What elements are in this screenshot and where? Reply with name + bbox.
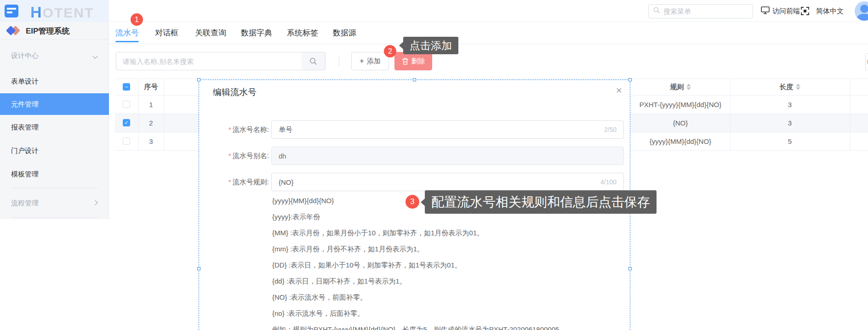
toolbar-divider bbox=[339, 56, 339, 66]
modal-title: 编辑流水号 bbox=[213, 86, 257, 98]
sidebar-item-template-management[interactable]: 模板管理 bbox=[0, 165, 109, 183]
column-header-length[interactable]: 长度 bbox=[730, 79, 850, 95]
chevron-down-icon bbox=[92, 53, 97, 58]
table-border bbox=[850, 79, 850, 150]
search-icon bbox=[309, 57, 317, 65]
sidebar-divider bbox=[11, 188, 98, 188]
sidebar-collapse-icon[interactable] bbox=[5, 5, 18, 19]
plus-icon: + bbox=[360, 57, 364, 66]
tab-data-source[interactable]: 数据源 bbox=[333, 22, 356, 44]
rule-counter: 4/100 bbox=[600, 178, 617, 186]
row-checkbox-checked[interactable]: ✓ bbox=[123, 119, 130, 126]
chevron-right-icon bbox=[92, 200, 97, 205]
trash-icon bbox=[402, 57, 409, 65]
name-field-label: *流水号名称: bbox=[199, 120, 269, 139]
sidebar-group-design-center[interactable]: 设计中心 bbox=[0, 46, 109, 65]
avatar[interactable] bbox=[855, 1, 868, 21]
fullscreen-icon[interactable] bbox=[801, 0, 809, 22]
cell-rule: {NO} bbox=[631, 114, 730, 132]
select-all-checkbox[interactable]: − bbox=[123, 83, 130, 91]
list-search-box[interactable] bbox=[116, 52, 302, 70]
sidebar-group-process-management[interactable]: 流程管理 bbox=[0, 194, 109, 212]
table-border bbox=[164, 79, 164, 150]
visit-frontend-link[interactable]: 访问前端 bbox=[761, 0, 800, 22]
name-counter: 2/50 bbox=[604, 126, 617, 133]
column-header-seq[interactable]: 序号 bbox=[138, 79, 164, 95]
app-title: EIP管理系统 bbox=[26, 26, 69, 36]
sort-icon[interactable] bbox=[796, 84, 800, 90]
language-switcher[interactable]: 简体中文 bbox=[816, 0, 844, 22]
search-icon bbox=[653, 7, 660, 16]
cell-length: 3 bbox=[730, 114, 850, 132]
cell-rule: {yyyy}{MM}{dd}{NO} bbox=[631, 132, 730, 150]
step-badge-2: 2 bbox=[384, 45, 396, 57]
sort-icon[interactable] bbox=[686, 84, 691, 90]
column-header-rule[interactable]: 规则 bbox=[631, 79, 730, 95]
alias-input bbox=[279, 152, 617, 160]
selection-handle[interactable] bbox=[197, 78, 200, 81]
rule-input[interactable] bbox=[279, 178, 600, 186]
hotent-logo: HOTENT bbox=[30, 3, 94, 21]
alias-field-label: *流水号别名: bbox=[199, 147, 269, 165]
rule-field-label: *流水号规则: bbox=[199, 173, 269, 191]
sidebar-item-form-design[interactable]: 表单设计 bbox=[0, 72, 109, 91]
delete-button[interactable]: 删除 bbox=[394, 52, 432, 70]
cell-length: 3 bbox=[730, 95, 850, 114]
sidebar-item-report-management[interactable]: 报表管理 bbox=[0, 118, 109, 137]
eip-logo-icon bbox=[6, 25, 20, 37]
sidebar-divider-bottom bbox=[11, 217, 98, 218]
component-tabs-bar: 流水号 对话框 关联查询 数据字典 系统标签 数据源 bbox=[109, 22, 868, 44]
cell-seq: 3 bbox=[138, 132, 164, 150]
list-search-input[interactable] bbox=[123, 57, 295, 65]
sidebar-app-header: EIP管理系统 bbox=[0, 22, 108, 40]
tab-data-dictionary[interactable]: 数据字典 bbox=[241, 22, 272, 44]
tooltip-arrow bbox=[421, 199, 425, 206]
tab-system-tags[interactable]: 系统标签 bbox=[287, 22, 318, 44]
menu-search-box[interactable] bbox=[648, 4, 753, 18]
row-checkbox[interactable] bbox=[123, 101, 130, 108]
language-label: 简体中文 bbox=[816, 7, 844, 16]
list-search-button[interactable] bbox=[302, 52, 326, 70]
tooltip-save-config: 配置流水号相关规则和信息后点击保存 bbox=[425, 190, 657, 214]
visit-frontend-label: 访问前端 bbox=[772, 7, 800, 16]
selection-handle[interactable] bbox=[413, 78, 416, 81]
tab-dialog[interactable]: 对话框 bbox=[155, 22, 178, 44]
monitor-icon bbox=[761, 6, 770, 16]
step-badge-1: 1 bbox=[131, 13, 143, 26]
menu-search-input[interactable] bbox=[663, 7, 742, 15]
table-settings-button[interactable] bbox=[865, 53, 868, 70]
app-window: HOTENT 访问前端 简体中文 bbox=[0, 0, 868, 330]
avatar-head-shape bbox=[860, 5, 868, 13]
name-field[interactable]: 2/50 bbox=[271, 120, 624, 139]
sidebar-item-portal-design[interactable]: 门户设计 bbox=[0, 142, 109, 160]
row-checkbox[interactable] bbox=[123, 137, 130, 145]
sidebar-item-component-management[interactable]: 元件管理 bbox=[0, 93, 109, 115]
cell-length: 5 bbox=[730, 132, 850, 150]
cell-rule: PXHT-{yyyy}{MM}{dd}{NO} bbox=[631, 95, 730, 114]
tooltip-arrow bbox=[399, 42, 403, 49]
tooltip-click-add: 点击添加 bbox=[403, 37, 458, 54]
tab-related-query[interactable]: 关联查询 bbox=[195, 22, 226, 44]
alias-field bbox=[271, 147, 624, 165]
close-icon[interactable]: × bbox=[616, 85, 622, 96]
rule-field[interactable]: 4/100 bbox=[271, 173, 624, 191]
add-button[interactable]: + 添加 bbox=[351, 52, 389, 70]
selection-handle[interactable] bbox=[628, 78, 632, 81]
selection-handle[interactable] bbox=[628, 267, 632, 270]
cell-seq: 2 bbox=[138, 114, 164, 132]
name-input[interactable] bbox=[279, 126, 604, 134]
cell-seq: 1 bbox=[138, 95, 164, 114]
step-badge-3: 3 bbox=[405, 195, 419, 209]
selection-handle[interactable] bbox=[197, 267, 200, 270]
sidebar: EIP管理系统 设计中心 表单设计 元件管理 报表管理 门户设计 模板管理 流程… bbox=[0, 22, 109, 219]
avatar-body-shape bbox=[857, 14, 868, 21]
